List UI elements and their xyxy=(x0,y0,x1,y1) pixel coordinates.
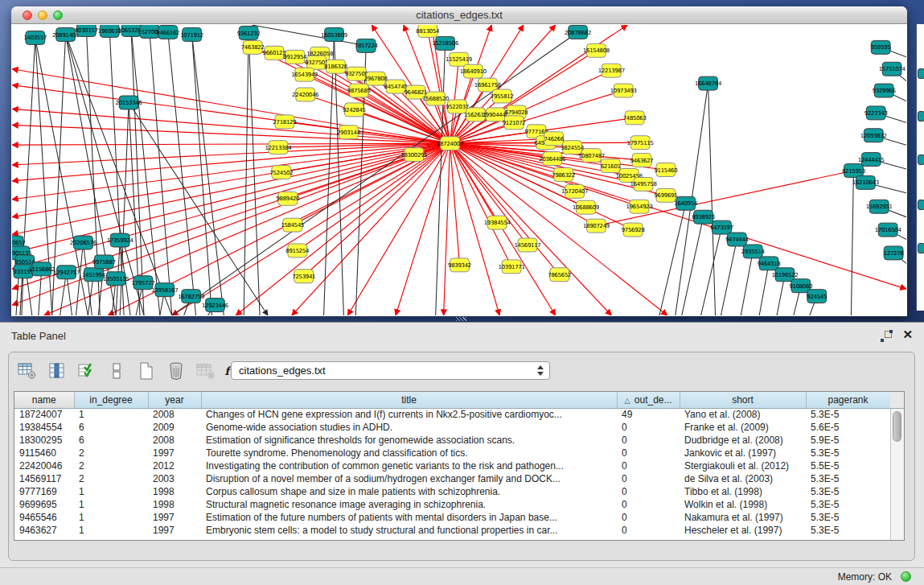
graph-node[interactable]: 7524502 xyxy=(269,166,293,179)
column-header-title[interactable]: title xyxy=(201,392,617,408)
table-cell[interactable]: Investigating the contribution of common… xyxy=(201,459,617,472)
table-cell[interactable]: 5.3E-5 xyxy=(806,524,890,537)
table-cell[interactable]: 1 xyxy=(74,485,148,498)
table-cell[interactable]: Wolkin et al. (1998) xyxy=(680,498,806,511)
table-cell[interactable]: 22420046 xyxy=(14,459,74,472)
graph-node[interactable]: 9474444 xyxy=(725,233,749,246)
graph-node[interactable]: 10807487 xyxy=(578,149,605,163)
table-cell[interactable]: 1997 xyxy=(148,447,201,459)
graph-node[interactable]: 9975887 xyxy=(92,255,116,269)
graph-node[interactable]: 11156862 xyxy=(28,262,55,276)
graph-node[interactable]: 16154808 xyxy=(583,43,610,57)
table-row[interactable]: 1938455462009Genome-wide association stu… xyxy=(14,421,890,434)
graph-node[interactable]: 9227343 xyxy=(864,106,888,120)
table-cell[interactable]: 1 xyxy=(74,408,148,421)
table-cell[interactable]: Genome-wide association studies in ADHD. xyxy=(201,421,617,434)
table-settings-icon[interactable] xyxy=(17,360,38,381)
table-cell[interactable]: Franke et al. (2009) xyxy=(680,421,806,434)
graph-node[interactable]: 9115460 xyxy=(654,163,677,177)
graph-node[interactable]: 8915254 xyxy=(285,244,310,257)
table-cell[interactable]: 5.5E-5 xyxy=(806,459,890,472)
graph-node[interactable]: 8938923 xyxy=(692,210,715,224)
table-cell[interactable]: 5.3E-5 xyxy=(806,472,890,485)
table-cell[interactable]: Estimation of significance thresholds fo… xyxy=(201,434,617,447)
table-cell[interactable]: 9699695 xyxy=(14,498,74,511)
table-cell[interactable]: 0 xyxy=(617,434,680,447)
table-cell[interactable]: 0 xyxy=(617,511,680,524)
table-cell[interactable]: Corpus callosum shape and size in male p… xyxy=(201,485,617,498)
graph-node[interactable]: 1403557 xyxy=(23,31,47,44)
delete-table-icon[interactable] xyxy=(166,360,187,381)
graph-node[interactable]: 18907249 xyxy=(583,219,610,233)
graph-node[interactable]: 9361232 xyxy=(237,26,261,39)
graph-node[interactable]: 11525419 xyxy=(446,52,472,66)
graph-node[interactable]: 20364486 xyxy=(539,152,565,166)
graph-node[interactable]: 7485063 xyxy=(623,111,647,125)
column-header-year[interactable]: year xyxy=(148,392,201,408)
graph-node[interactable]: 7865652 xyxy=(548,268,571,282)
table-cell[interactable]: 2 xyxy=(74,472,148,485)
graph-node[interactable]: 12942757 xyxy=(53,266,80,279)
graph-node[interactable]: 959595 xyxy=(871,40,891,54)
table-cell[interactable]: 0 xyxy=(617,485,680,498)
table-scrollbar[interactable] xyxy=(890,409,904,540)
table-cell[interactable]: 2008 xyxy=(148,408,201,421)
table-cell[interactable]: 0 xyxy=(617,524,680,537)
graph-node[interactable]: 8186328 xyxy=(324,60,347,73)
graph-node[interactable]: 7986322 xyxy=(552,168,575,182)
table-row[interactable]: 946362711997Embryonic stem cells: a mode… xyxy=(14,524,890,537)
graph-node[interactable]: 127278 xyxy=(884,246,904,260)
graph-node[interactable]: 8030157 xyxy=(75,25,98,36)
table-cell[interactable]: 0 xyxy=(617,472,680,485)
table-cell[interactable]: 6 xyxy=(74,434,148,447)
graph-node[interactable]: 6473197 xyxy=(710,220,733,234)
graph-node[interactable]: 1071912 xyxy=(180,27,203,41)
table-cell[interactable]: 0 xyxy=(617,459,680,472)
import-table-icon[interactable] xyxy=(195,360,216,381)
table-cell[interactable]: Dudbridge et al. (2008) xyxy=(680,434,806,447)
column-header-in-degree[interactable]: in_degree xyxy=(74,392,148,408)
table-cell[interactable]: 18300295 xyxy=(14,434,74,447)
graph-node[interactable]: 621601 xyxy=(601,159,621,173)
table-cell[interactable]: 5.3E-5 xyxy=(806,485,890,498)
graph-node[interactable]: 2935514 xyxy=(741,245,766,258)
panel-splitter-grip[interactable] xyxy=(456,317,466,321)
table-cell[interactable]: Yano et al. (2008) xyxy=(680,408,806,421)
graph-node[interactable]: 12213987 xyxy=(598,64,625,77)
table-cell[interactable]: 5.6E-5 xyxy=(806,421,890,434)
table-row[interactable]: 1456911722003Disruption of a novel membe… xyxy=(14,472,890,485)
network-canvas[interactable]: 1872400718300295746382296601239912954182… xyxy=(12,25,906,315)
select-rows-icon[interactable] xyxy=(76,360,97,381)
column-header-name[interactable]: name xyxy=(14,392,74,408)
table-cell[interactable]: 1997 xyxy=(148,524,201,537)
graph-node[interactable]: 8813054 xyxy=(416,25,440,37)
graph-node[interactable]: 9889420 xyxy=(276,192,299,205)
table-cell[interactable]: 5.3E-5 xyxy=(806,408,890,421)
column-header-out-de-[interactable]: △ out_de... xyxy=(617,392,680,408)
graph-node[interactable]: 13958167 xyxy=(151,283,178,297)
table-cell[interactable]: 0 xyxy=(617,447,680,459)
graph-node[interactable]: 12093832 xyxy=(860,129,887,142)
create-new-table-icon[interactable] xyxy=(136,360,157,381)
graph-node[interactable]: 9875685 xyxy=(347,84,371,97)
table-cell[interactable]: 14569117 xyxy=(14,472,74,485)
table-cell[interactable]: 49 xyxy=(617,408,680,421)
table-cell[interactable]: Structural magnetic resonance image aver… xyxy=(201,498,617,511)
table-cell[interactable]: Disruption of a novel member of a sodium… xyxy=(201,472,617,485)
graph-node[interactable]: 1640954 xyxy=(674,196,698,210)
table-cell[interactable]: Embryonic stem cells: a model to study s… xyxy=(201,524,617,537)
table-cell[interactable]: 2 xyxy=(74,459,148,472)
table-cell[interactable]: 1 xyxy=(74,511,148,524)
table-cell[interactable]: 1997 xyxy=(148,511,201,524)
toggle-column-visibility-icon[interactable] xyxy=(47,360,68,381)
graph-node[interactable]: 19654923 xyxy=(626,200,653,213)
graph-node[interactable]: 15720407 xyxy=(561,184,588,198)
graph-node[interactable]: 8215953 xyxy=(842,164,865,178)
graph-node[interactable]: 9660123 xyxy=(263,46,286,60)
graph-node[interactable]: 9466162 xyxy=(156,25,179,39)
graph-node[interactable]: 9329966 xyxy=(873,84,896,97)
graph-node[interactable]: 16495758 xyxy=(630,177,657,191)
graph-node[interactable]: 18640910 xyxy=(460,64,487,78)
graph-node[interactable]: 20206576 xyxy=(70,236,97,249)
graph-node[interactable]: 7955812 xyxy=(491,89,514,103)
